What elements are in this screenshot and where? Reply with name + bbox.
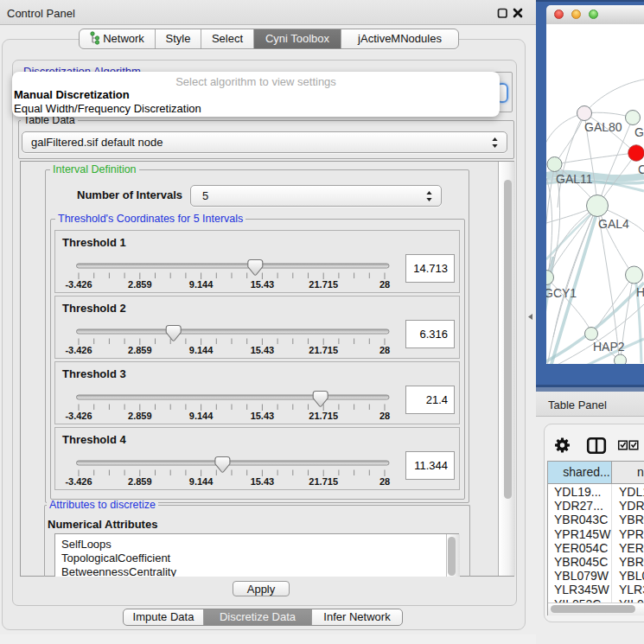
- svg-text:21.715: 21.715: [309, 411, 338, 421]
- svg-text:15.43: 15.43: [251, 476, 275, 487]
- svg-text:21.715: 21.715: [309, 345, 338, 355]
- svg-text:28: 28: [379, 279, 390, 290]
- svg-text:GAL80: GAL80: [584, 120, 622, 134]
- svg-text:28: 28: [379, 411, 390, 421]
- svg-text:9.144: 9.144: [189, 476, 214, 487]
- svg-text:9.144: 9.144: [189, 411, 214, 421]
- svg-text:15.43: 15.43: [251, 411, 275, 421]
- svg-text:15.43: 15.43: [251, 345, 275, 355]
- svg-text:2.859: 2.859: [128, 279, 152, 290]
- svg-text:28: 28: [379, 476, 390, 487]
- svg-text:-3.426: -3.426: [65, 411, 92, 421]
- svg-text:HAP2: HAP2: [593, 340, 625, 354]
- svg-text:2.859: 2.859: [128, 476, 152, 487]
- svg-text:15.43: 15.43: [251, 279, 275, 290]
- svg-text:-3.426: -3.426: [65, 476, 92, 487]
- svg-text:21.715: 21.715: [309, 279, 338, 290]
- svg-text:-3.426: -3.426: [65, 279, 92, 290]
- svg-text:2.859: 2.859: [128, 345, 152, 355]
- svg-text:GCY1: GCY1: [546, 286, 577, 300]
- svg-text:9.144: 9.144: [189, 279, 214, 290]
- svg-text:2.859: 2.859: [128, 411, 152, 421]
- svg-text:9.144: 9.144: [189, 345, 214, 355]
- svg-text:GAL4: GAL4: [598, 217, 629, 231]
- svg-text:GA: GA: [634, 125, 644, 139]
- svg-text:HI: HI: [636, 285, 644, 299]
- svg-text:28: 28: [379, 345, 390, 355]
- svg-text:21.715: 21.715: [309, 476, 338, 487]
- svg-text:-3.426: -3.426: [65, 345, 92, 355]
- svg-text:CA: CA: [638, 163, 644, 176]
- svg-text:GAL11: GAL11: [556, 172, 593, 186]
